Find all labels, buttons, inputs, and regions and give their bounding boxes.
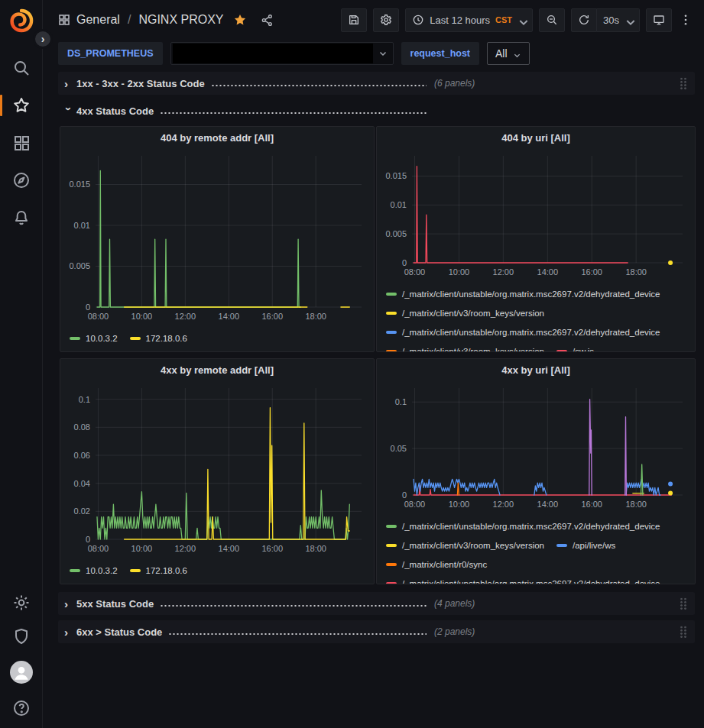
panel-404-by-uri: 404 by uri [All] 08:0010:0012:0014:0016:… xyxy=(376,126,696,352)
svg-text:0.1: 0.1 xyxy=(79,395,90,404)
row-panel-count: (4 panels) xyxy=(434,598,475,609)
sidebar-item-server-admin[interactable] xyxy=(12,627,31,645)
row-panel-count: (2 panels) xyxy=(434,626,475,637)
legend-swatch xyxy=(386,312,397,315)
grafana-logo[interactable] xyxy=(8,8,34,34)
legend-label: /_matrix/client/unstable/org.matrix.msc2… xyxy=(402,522,660,531)
timeseries-plot[interactable]: 08:0010:0012:0014:0016:0018:0000.0050.01… xyxy=(377,148,695,283)
legend-label: /_matrix/client/unstable/org.matrix.msc2… xyxy=(402,579,660,584)
legend-item[interactable]: /_matrix/client/r0/sync xyxy=(386,555,487,574)
legend-label: /api/live/ws xyxy=(573,541,615,550)
timeseries-plot[interactable]: 08:0010:0012:0014:0016:0018:0000.020.040… xyxy=(60,380,374,559)
sidebar-item-configuration[interactable] xyxy=(12,594,31,612)
variable-value-request-host[interactable]: All xyxy=(487,42,530,65)
panel-title[interactable]: 404 by uri [All] xyxy=(377,127,695,148)
breadcrumb-folder[interactable]: General xyxy=(76,13,120,27)
sidebar: › xyxy=(0,0,43,728)
svg-text:0.005: 0.005 xyxy=(385,229,407,238)
zoom-out-time-button[interactable] xyxy=(539,8,565,32)
legend-label: 172.18.0.6 xyxy=(146,334,187,343)
svg-text:0.015: 0.015 xyxy=(69,180,90,189)
sidebar-expand-button[interactable]: › xyxy=(33,29,53,49)
legend-item[interactable]: /api/live/ws xyxy=(556,535,615,555)
svg-text:14:00: 14:00 xyxy=(219,544,240,553)
timeseries-plot[interactable]: 08:0010:0012:0014:0016:0018:0000.050.1 xyxy=(377,380,695,515)
timeseries-plot[interactable]: 08:0010:0012:0014:0016:0018:0000.0050.01… xyxy=(60,148,374,327)
svg-text:18:00: 18:00 xyxy=(625,500,647,509)
row-panel-count: (6 panels) xyxy=(434,78,475,89)
clock-icon xyxy=(412,14,424,26)
legend-swatch xyxy=(386,563,397,566)
panel-title[interactable]: 404 by remote addr [All] xyxy=(60,127,374,148)
user-avatar[interactable] xyxy=(10,661,33,684)
legend-item[interactable]: 10.0.3.2 xyxy=(70,561,118,580)
variable-value-ds-prometheus[interactable] xyxy=(170,42,394,65)
sidebar-item-dashboards[interactable] xyxy=(12,134,31,152)
row-5xx-status-code[interactable]: › 5xx Status Code (4 panels) xyxy=(58,592,695,615)
legend-item[interactable]: /sw.js xyxy=(556,341,594,351)
row-drag-handle[interactable] xyxy=(680,77,687,89)
search-icon[interactable] xyxy=(12,59,31,77)
time-range-label: Last 12 hours xyxy=(430,15,490,26)
panels-grid: 404 by remote addr [All] 08:0010:0012:00… xyxy=(60,126,695,584)
breadcrumb-dashboard-title[interactable]: NGINX PROXY xyxy=(138,13,223,27)
panel-title[interactable]: 4xx by uri [All] xyxy=(377,359,695,380)
svg-text:18:00: 18:00 xyxy=(305,544,326,553)
legend-swatch xyxy=(70,569,80,572)
refresh-button[interactable] xyxy=(571,8,597,32)
svg-text:10:00: 10:00 xyxy=(449,267,470,277)
svg-text:10:00: 10:00 xyxy=(131,312,153,321)
sidebar-item-starred[interactable] xyxy=(12,96,31,115)
legend-item[interactable]: /_matrix/client/unstable/org.matrix.msc2… xyxy=(386,322,660,341)
dashboard-settings-button[interactable] xyxy=(373,8,399,32)
time-range-picker[interactable]: Last 12 hours CST xyxy=(405,8,533,32)
panel-title[interactable]: 4xx by remote addr [All] xyxy=(60,359,374,380)
chevron-right-icon: › xyxy=(64,78,76,89)
dots-leader xyxy=(160,112,427,115)
legend-item[interactable]: /_matrix/client/unstable/org.matrix.msc2… xyxy=(386,284,660,303)
svg-text:16:00: 16:00 xyxy=(581,500,602,509)
svg-text:18:00: 18:00 xyxy=(305,312,326,321)
panel-legend: 10.0.3.2172.18.0.6 xyxy=(60,327,374,351)
dashboard-header: General / NGINX PROXY xyxy=(43,0,704,40)
apps-grid-icon xyxy=(58,14,70,26)
svg-text:08:00: 08:00 xyxy=(88,544,109,553)
legend-item[interactable]: /_matrix/client/v3/room_keys/version xyxy=(386,535,544,555)
legend-item[interactable]: /_matrix/client/v3/room_keys/version xyxy=(386,341,544,351)
svg-text:0.015: 0.015 xyxy=(385,171,407,180)
legend-swatch xyxy=(70,337,80,340)
legend-label: 172.18.0.6 xyxy=(146,566,187,575)
sidebar-item-alerting[interactable] xyxy=(12,209,31,227)
legend-item[interactable]: 172.18.0.6 xyxy=(130,561,187,580)
panel-404-by-remote-addr: 404 by remote addr [All] 08:0010:0012:00… xyxy=(60,126,375,352)
legend-item[interactable]: 10.0.3.2 xyxy=(70,328,118,348)
sidebar-item-explore[interactable] xyxy=(12,171,31,189)
row-4xx-status-code[interactable]: › 4xx Status Code xyxy=(58,100,695,121)
legend-swatch xyxy=(386,350,397,352)
timezone-label: CST xyxy=(495,15,512,24)
more-options-kebab[interactable] xyxy=(678,8,693,32)
tv-mode-button[interactable] xyxy=(646,8,672,32)
favorite-star-icon[interactable] xyxy=(233,13,247,27)
svg-text:0.06: 0.06 xyxy=(74,451,90,460)
legend-item[interactable]: /_matrix/client/unstable/org.matrix.msc2… xyxy=(386,574,660,584)
svg-text:16:00: 16:00 xyxy=(581,267,602,277)
legend-item[interactable]: /_matrix/client/v3/room_keys/version xyxy=(386,303,544,322)
variable-selected-value: All xyxy=(495,47,508,60)
chevron-down-icon xyxy=(373,50,393,58)
redacted-value xyxy=(173,44,373,63)
active-indicator xyxy=(0,95,2,116)
legend-item[interactable]: 172.18.0.6 xyxy=(130,328,187,348)
row-drag-handle[interactable] xyxy=(680,626,687,638)
share-icon[interactable] xyxy=(261,14,274,27)
help-icon[interactable] xyxy=(12,699,31,717)
row-drag-handle[interactable] xyxy=(680,597,687,610)
row-1xx-3xx-2xx-status-code[interactable]: › 1xx - 3xx - 2xx Status Code (6 panels) xyxy=(58,72,695,95)
dots-leader xyxy=(168,633,427,636)
refresh-interval-dropdown[interactable]: 30s xyxy=(597,8,640,32)
chevron-down-icon xyxy=(625,16,633,24)
save-dashboard-button[interactable] xyxy=(341,8,367,32)
row-6xx-status-code[interactable]: › 6xx > Status Code (2 panels) xyxy=(58,620,695,643)
legend-item[interactable]: /_matrix/client/unstable/org.matrix.msc2… xyxy=(386,516,660,535)
svg-text:0: 0 xyxy=(402,258,407,267)
